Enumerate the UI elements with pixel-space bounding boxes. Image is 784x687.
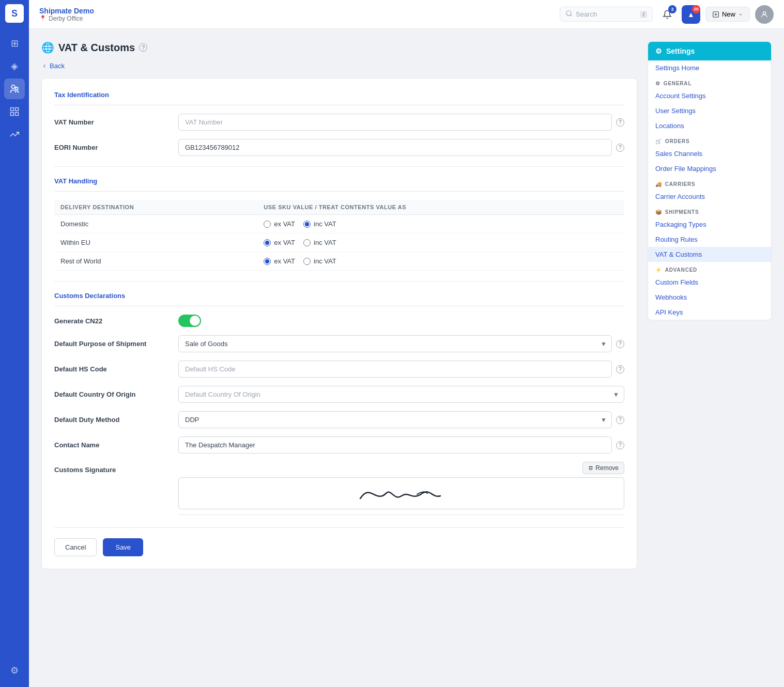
signature-control: Remove: [178, 462, 624, 515]
sidebar-settings-icon[interactable]: ⚙: [4, 660, 25, 681]
vat-customs-link[interactable]: VAT & Customs: [648, 247, 771, 262]
tax-id-section-label: Tax Identification: [54, 91, 624, 105]
locations-link[interactable]: Locations: [648, 118, 771, 133]
generate-cn22-toggle[interactable]: [178, 315, 201, 327]
api-keys-link[interactable]: API Keys: [648, 305, 771, 320]
duty-method-select[interactable]: DDP DAP: [178, 411, 612, 428]
carrier-accounts-link[interactable]: Carrier Accounts: [648, 189, 771, 204]
page-title: VAT & Customs: [58, 42, 135, 54]
eori-number-label: EORI Number: [54, 144, 178, 151]
page-help-icon[interactable]: ?: [139, 43, 147, 52]
rest-ex-vat[interactable]: ex VAT: [264, 257, 295, 265]
topbar-right: Search / 3 ▲ 28 New: [560, 5, 774, 24]
customs-section-label: Customs Declarations: [54, 292, 624, 306]
within-eu-inc-vat[interactable]: inc VAT: [303, 239, 336, 246]
duty-method-select-wrap: DDP DAP ▼: [178, 411, 612, 428]
vat-number-input[interactable]: [178, 114, 612, 131]
general-gear-icon: ⚙: [655, 81, 660, 86]
rest-inc-radio[interactable]: [303, 258, 311, 265]
purpose-select[interactable]: Sale of Goods Gift Commercial Sample Doc…: [178, 335, 612, 352]
duty-method-row: Default Duty Method DDP DAP ▼ ?: [54, 411, 624, 428]
domestic-inc-vat[interactable]: inc VAT: [303, 220, 336, 228]
hs-code-control: ?: [178, 361, 624, 378]
page-title-row: 🌐 VAT & Customs ?: [41, 41, 637, 54]
save-button[interactable]: Save: [103, 538, 143, 556]
purpose-help-icon[interactable]: ?: [616, 340, 624, 348]
contact-name-control: ?: [178, 436, 624, 454]
search-box[interactable]: Search /: [560, 7, 653, 22]
vat-radio-within-eu: ex VAT inc VAT: [264, 239, 618, 246]
domestic-inc-radio[interactable]: [303, 221, 311, 228]
country-origin-row: Default Country Of Origin Default Countr…: [54, 386, 624, 403]
within-eu-inc-radio[interactable]: [303, 239, 311, 246]
brand-name: Shipmate Demo: [39, 7, 94, 15]
app-logo[interactable]: S: [5, 4, 24, 23]
account-settings-link[interactable]: Account Settings: [648, 88, 771, 103]
svg-point-6: [566, 11, 571, 15]
alerts-button[interactable]: ▲ 28: [682, 5, 700, 24]
remove-signature-button[interactable]: Remove: [582, 462, 624, 474]
main-panel: 🌐 VAT & Customs ? Back Tax Identificatio…: [41, 41, 637, 675]
eori-number-control: ?: [178, 139, 624, 156]
generate-cn22-control: [178, 315, 624, 327]
sidebar-dashboard-icon[interactable]: [4, 101, 25, 122]
order-file-mappings-link[interactable]: Order File Mappings: [648, 161, 771, 176]
gear-icon: ⚙: [655, 47, 662, 55]
eori-number-input[interactable]: [178, 139, 612, 156]
sidebar-analytics-icon[interactable]: [4, 124, 25, 145]
generate-cn22-row: Generate CN22: [54, 315, 624, 327]
vat-row-rest-of-world: Rest of World ex VAT inc VAT: [54, 252, 624, 271]
sidebar-home-icon[interactable]: ⊞: [4, 33, 25, 54]
vat-radio-rest-of-world: ex VAT inc VAT: [264, 257, 618, 265]
rest-inc-vat[interactable]: inc VAT: [303, 257, 336, 265]
svg-point-0: [11, 85, 15, 89]
svg-point-1: [16, 87, 18, 90]
contact-name-input[interactable]: [178, 436, 612, 454]
content-area: 🌐 VAT & Customs ? Back Tax Identificatio…: [29, 29, 784, 687]
user-settings-link[interactable]: User Settings: [648, 103, 771, 118]
settings-header: ⚙ Settings: [648, 42, 771, 60]
contact-help-icon[interactable]: ?: [616, 441, 624, 449]
orders-section-title: 🛒 Orders: [648, 133, 771, 146]
within-eu-ex-vat[interactable]: ex VAT: [264, 239, 295, 246]
new-button-label: New: [722, 10, 735, 18]
custom-fields-link[interactable]: Custom Fields: [648, 275, 771, 290]
duty-method-help-icon[interactable]: ?: [616, 416, 624, 424]
vat-number-control: ?: [178, 114, 624, 131]
domestic-ex-vat[interactable]: ex VAT: [264, 220, 295, 228]
hs-code-help-icon[interactable]: ?: [616, 365, 624, 373]
purpose-label: Default Purpose of Shipment: [54, 340, 178, 348]
routing-rules-link[interactable]: Routing Rules: [648, 232, 771, 247]
carriers-section-title: 🚚 Carriers: [648, 176, 771, 189]
sidebar-users-icon[interactable]: [4, 79, 25, 99]
rest-ex-radio[interactable]: [264, 258, 271, 265]
hs-code-input[interactable]: [178, 361, 612, 378]
notifications-button[interactable]: 3: [658, 5, 677, 24]
sales-channels-link[interactable]: Sales Channels: [648, 146, 771, 161]
eori-help-icon[interactable]: ?: [616, 144, 624, 152]
signature-row: Customs Signature Remove: [54, 462, 624, 515]
search-icon: [565, 10, 573, 19]
settings-home-link[interactable]: Settings Home: [648, 60, 771, 75]
lightning-icon: ⚡: [655, 267, 662, 273]
domestic-ex-radio[interactable]: [264, 221, 271, 228]
sidebar-cube-icon[interactable]: ◈: [4, 56, 25, 76]
general-section-title: ⚙ General: [648, 75, 771, 88]
vat-number-label: VAT Number: [54, 118, 178, 126]
new-button[interactable]: New: [705, 7, 750, 22]
settings-panel: ⚙ Settings Settings Home ⚙ General Accou…: [648, 41, 772, 320]
vat-help-icon[interactable]: ?: [616, 118, 624, 127]
back-link[interactable]: Back: [41, 62, 637, 70]
right-sidebar: ⚙ Settings Settings Home ⚙ General Accou…: [648, 41, 772, 675]
country-origin-select-wrap: Default Country Of Origin ▼: [178, 386, 624, 403]
svg-rect-2: [11, 108, 14, 111]
globe-icon: 🌐: [41, 41, 54, 54]
hs-code-label: Default HS Code: [54, 365, 178, 373]
country-origin-select[interactable]: Default Country Of Origin: [178, 386, 624, 403]
within-eu-ex-radio[interactable]: [264, 239, 271, 246]
packaging-types-link[interactable]: Packaging Types: [648, 217, 771, 232]
svg-line-7: [571, 15, 572, 17]
webhooks-link[interactable]: Webhooks: [648, 290, 771, 305]
user-avatar[interactable]: [755, 5, 774, 24]
cancel-button[interactable]: Cancel: [54, 538, 97, 556]
